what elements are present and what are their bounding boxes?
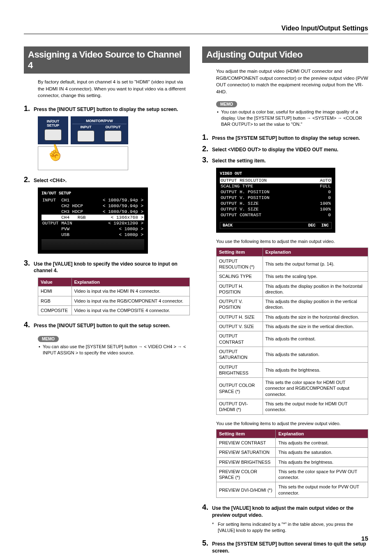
step-number: 2.	[202, 145, 212, 153]
table-row: OUTPUT H. SIZEThis adjusts the size in t…	[217, 312, 368, 321]
table-row: PREVIEW BRIGHTNESSThis adjusts the brigh…	[217, 457, 368, 467]
table-row: OUTPUT V. SIZEThis adjusts the size in t…	[217, 322, 368, 331]
step-number: 1.	[24, 105, 34, 113]
lcd-row: CH4 RGB< 1366x768 >	[42, 215, 144, 220]
lcd-row: CH3 HDCP< 1080/59.94p >	[42, 209, 144, 215]
hw-monitor-pvw: MONITOR/PVW INPUT OUTPUT	[71, 116, 128, 144]
lcd-row: USB< 1080p >	[42, 232, 144, 238]
content-columns: Assigning a Video Source to Channel 4 By…	[24, 46, 368, 555]
lcd-video-out: VIDEO OUT OUTPUT RESOLUTIONAUTOSCALING T…	[216, 168, 335, 233]
input-button	[77, 130, 95, 142]
step-text: Press the [SYSTEM SETUP] button several …	[212, 539, 368, 555]
lcd-row: OUTPUT H. SIZE100%	[220, 201, 332, 206]
main-output-table: Setting itemExplanationOUTPUT RESOLUTION…	[216, 247, 368, 415]
lcd-row: INPUT CH1< 1080/59.94p >	[42, 197, 144, 203]
lcd-dec: DEC	[308, 223, 316, 228]
left-step-4: 4. Press the [IN/OUT SETUP] button to qu…	[24, 321, 190, 329]
right-step-3: 3. Select the setting item.	[202, 156, 368, 164]
right-memo: MEMO You can output a color bar, useful …	[202, 101, 368, 128]
page-header: Video Input/Output Settings	[24, 25, 368, 34]
memo-badge: MEMO	[216, 101, 237, 107]
left-step-3: 3. Use the [VALUE] knob to specify the v…	[24, 259, 190, 275]
left-heading: Assigning a Video Source to Channel 4	[24, 46, 190, 74]
table-row: OUTPUT H. POSITIONThis adjusts the displ…	[217, 281, 368, 297]
table-row: PREVIEW SATURATIONThis adjusts the satur…	[217, 448, 368, 457]
table-row: PREVIEW DVI-D/HDMI (*)This sets the outp…	[217, 482, 368, 498]
lcd-screenshot-2: VIDEO OUT OUTPUT RESOLUTIONAUTOSCALING T…	[202, 168, 368, 233]
step-text: Press the [IN/OUT SETUP] button to displ…	[34, 105, 190, 113]
value-table: ValueExplanationHDMIVideo is input via t…	[38, 278, 190, 315]
step-text: Use the [VALUE] knob to specify the vide…	[34, 259, 190, 275]
lcd-row: OUTPUT V. POSITION0	[220, 195, 332, 201]
lcd-row: OUTPUT MAIN< 1920x1200 >	[42, 220, 144, 226]
lcd-preview-strip	[42, 239, 144, 250]
hand-icon: ☝	[43, 142, 67, 164]
lcd-bottom-buttons: BACK DEC INC	[220, 222, 332, 229]
lcd-row: OUTPUT RESOLUTIONAUTO	[220, 178, 332, 183]
output-button	[104, 130, 122, 142]
hardware-panel-diagram: IN/OUT SETUP MONITOR/PVW INPUT OUTPUT	[24, 116, 190, 170]
page-number: 15	[361, 535, 368, 542]
right-heading: Adjusting Output Video	[202, 46, 368, 63]
step-text: Use the [VALUE] knob to adjust the main …	[212, 504, 368, 536]
hw-inout-setup: IN/OUT SETUP	[38, 116, 68, 144]
right-intro: You adjust the main output video (HDMI O…	[202, 68, 368, 95]
lcd-back: BACK	[223, 223, 233, 228]
table-row: SCALING TYPEThis sets the scaling type.	[217, 272, 368, 281]
step-number: 3.	[24, 259, 34, 268]
table-row: COMPOSITEVideo is input via the COMPOSIT…	[38, 305, 190, 315]
table-row: OUTPUT SATURATIONThis adjusts the satura…	[217, 347, 368, 362]
table-header: Value	[38, 278, 72, 287]
left-column: Assigning a Video Source to Channel 4 By…	[24, 46, 190, 555]
table-row: OUTPUT CONTRASTThis adjusts the contrast…	[217, 331, 368, 347]
step-number: 4.	[24, 321, 34, 329]
lcd-row: OUTPUT CONTRAST0	[220, 212, 332, 218]
table-row: HDMIVideo is input via the HDMI IN 4 con…	[38, 287, 190, 296]
left-step-2: 2. Select <CH4>.	[24, 176, 190, 184]
table-header: Setting item	[217, 429, 276, 438]
memo-badge: MEMO	[38, 336, 59, 342]
lcd-row: CH2 HDCP< 1080/59.94p >	[42, 203, 144, 209]
lcd-inc: INC	[321, 223, 329, 228]
header-title: Video Input/Output Settings	[281, 25, 368, 32]
table-header: Explanation	[276, 429, 368, 438]
table-row: RGBVideo is input via the RGB/COMPONENT …	[38, 296, 190, 305]
preview-output-table: Setting itemExplanationPREVIEW CONTRASTT…	[216, 429, 368, 498]
table-row: OUTPUT COLOR SPACE (*)This sets the colo…	[217, 378, 368, 399]
right-column: Adjusting Output Video You adjust the ma…	[202, 46, 368, 555]
table-row: PREVIEW CONTRASTThis adjusts the contras…	[217, 438, 368, 447]
table2-section: You use the following items to adjust th…	[202, 421, 368, 498]
lcd-row: OUTPUT V. SIZE100%	[220, 206, 332, 212]
table2-caption: You use the following items to adjust th…	[216, 421, 368, 427]
lcd-inout-setup: IN/OUT SETUP INPUT CH1< 1080/59.94p > CH…	[38, 187, 148, 254]
left-memo: MEMO You can also use the [SYSTEM SETUP]…	[24, 336, 190, 356]
left-table-wrapper: ValueExplanationHDMIVideo is input via t…	[24, 278, 190, 315]
hw-panel: IN/OUT SETUP MONITOR/PVW INPUT OUTPUT	[38, 116, 190, 144]
right-step-2: 2. Select <VIDEO OUT> to display the VID…	[202, 145, 368, 153]
step-text: Press the [IN/OUT SETUP] button to quit …	[34, 321, 190, 329]
step-number: 5.	[202, 539, 212, 548]
table-row: OUTPUT BRIGHTNESSThis adjusts the bright…	[217, 362, 368, 378]
table-row: OUTPUT RESOLUTION (*)This sets the outpu…	[217, 256, 368, 272]
step-text: Select the setting item.	[212, 156, 368, 164]
table-row: OUTPUT V. POSITIONThis adjusts the displ…	[217, 297, 368, 312]
left-intro: By factory default, input on channel 4 i…	[24, 79, 190, 99]
step-text: Select <VIDEO OUT> to display the VIDEO …	[212, 145, 368, 153]
step4-note: For setting items indicated by a "*" in …	[212, 521, 368, 534]
table1-section: You use the following items to adjust th…	[202, 238, 368, 414]
inout-setup-button	[44, 129, 62, 141]
lcd-screenshot-1: IN/OUT SETUP INPUT CH1< 1080/59.94p > CH…	[24, 187, 190, 254]
lcd-row: SCALING TYPEFULL	[220, 183, 332, 189]
step-number: 3.	[202, 156, 212, 164]
step-number: 1.	[202, 134, 212, 142]
step-text: Press the [SYSTEM SETUP] button to displ…	[212, 134, 368, 142]
lcd-row: PVW< 1080p >	[42, 226, 144, 232]
step-number: 4.	[202, 504, 212, 512]
left-step-1: 1. Press the [IN/OUT SETUP] button to di…	[24, 105, 190, 113]
table-header: Explanation	[263, 247, 368, 256]
step-text: Select <CH4>.	[34, 176, 190, 184]
memo-item: You can output a color bar, useful for a…	[221, 109, 368, 128]
table-header: Explanation	[71, 278, 189, 287]
hand-press-diagram: ☝	[38, 146, 128, 170]
lcd-row: OUTPUT H. POSITION0	[220, 189, 332, 195]
